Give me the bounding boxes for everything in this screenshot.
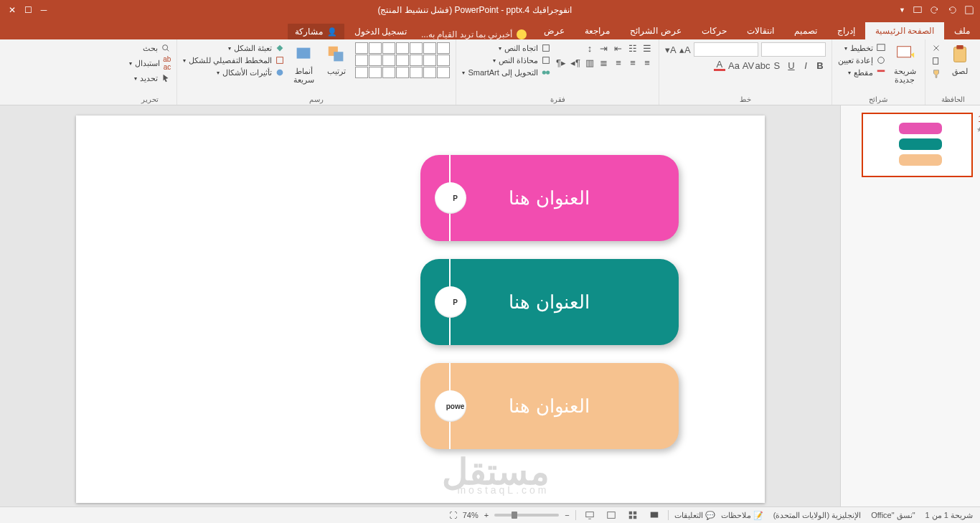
reset-button[interactable]: إعادة تعيين (838, 55, 886, 66)
shadow-button[interactable]: abc (757, 60, 768, 71)
window-controls: ─ ☐ ✕ (0, 5, 56, 15)
bullets-button[interactable]: ☰ (641, 42, 653, 54)
increase-font-icon[interactable]: A▴ (679, 44, 691, 55)
paste-button[interactable]: لصق (946, 42, 974, 77)
font-name-input[interactable] (761, 42, 826, 57)
case-button[interactable]: Aa (728, 60, 740, 71)
font-color-button[interactable]: A (714, 60, 725, 71)
maximize-button[interactable]: ☐ (23, 5, 33, 15)
tab-view[interactable]: عرض (534, 22, 575, 39)
direction-icon (541, 43, 551, 53)
normal-view-button[interactable] (646, 509, 662, 521)
group-font: A▴ A▾ B I U S abc AV Aa A خط (659, 39, 831, 105)
copy-button[interactable] (931, 55, 941, 67)
language-status[interactable]: الإنجليزية (الولايات المتحدة) (773, 511, 861, 520)
share-button[interactable]: مشاركة (288, 24, 344, 39)
tab-home[interactable]: الصفحة الرئيسية (865, 22, 944, 39)
notes-toggle[interactable]: 📝 ملاحظات (721, 511, 763, 520)
minimize-button[interactable]: ─ (39, 5, 49, 15)
align-center-button[interactable]: ≡ (627, 57, 639, 68)
start-icon[interactable] (913, 5, 923, 15)
undo-icon[interactable] (947, 5, 957, 15)
text-direction-button[interactable]: اتجاه النص▾ (462, 42, 551, 54)
slide[interactable]: P العنوان هنا P العنوان هنا powe العنوان… (76, 116, 765, 503)
fit-to-window-button[interactable]: ⛶ (449, 511, 457, 519)
infographic-pill-1[interactable]: P العنوان هنا (420, 155, 679, 241)
arrange-button[interactable]: ترتيب (322, 42, 351, 77)
tab-animations[interactable]: حركات (692, 22, 737, 39)
close-button[interactable]: ✕ (7, 5, 17, 15)
replace-button[interactable]: abacاستبدال▾ (129, 55, 171, 72)
infographic-pill-3[interactable]: powe العنوان هنا (420, 363, 679, 449)
tell-me-search[interactable]: أخبرني بما تربد القيام به... (414, 29, 534, 39)
select-button[interactable]: تحديد▾ (129, 72, 171, 84)
pill-2-title: العنوان هنا (509, 291, 589, 314)
shapes-gallery[interactable] (355, 42, 450, 78)
zoom-level[interactable]: 74% (463, 511, 479, 519)
infographic-pill-2[interactable]: P العنوان هنا (420, 259, 679, 345)
underline-button[interactable]: U (786, 60, 797, 71)
signin-link[interactable]: تسجيل الدخول (354, 27, 407, 37)
quick-styles-button[interactable]: أنماط سريعة (289, 42, 318, 85)
svg-rect-21 (628, 516, 631, 519)
outline-icon (275, 55, 285, 65)
svg-rect-19 (628, 512, 631, 514)
tab-insert[interactable]: إدراج (827, 22, 865, 39)
reading-view-button[interactable] (603, 509, 619, 521)
tab-transitions[interactable]: انتقالات (737, 22, 784, 39)
text-align-button[interactable]: محاذاة النص▾ (462, 55, 551, 66)
pill-1-knob: P (435, 182, 466, 214)
shape-outline-button[interactable]: المخطط التفصيلي للشكل▾ (183, 55, 285, 66)
ribbon-tabs: ملف الصفحة الرئيسية إدراج تصميم انتقالات… (0, 20, 980, 39)
rtl-button[interactable]: ¶◂ (570, 57, 581, 68)
italic-button[interactable]: I (800, 60, 811, 71)
group-editing: بحث abacاستبدال▾ تحديد▾ تحرير (123, 39, 176, 105)
decrease-font-icon[interactable]: A▾ (665, 44, 677, 55)
shape-effects-button[interactable]: تأثيرات الأشكال▾ (183, 67, 285, 78)
zoom-slider[interactable] (494, 514, 559, 517)
comments-toggle[interactable]: 💬 التعليقات (674, 511, 715, 520)
svg-rect-13 (334, 52, 344, 61)
redo-icon[interactable] (930, 5, 940, 15)
justify-button[interactable]: ≣ (598, 57, 610, 68)
tab-review[interactable]: مراجعة (575, 22, 620, 39)
ltr-button[interactable]: ▸¶ (555, 57, 567, 68)
cut-button[interactable] (931, 42, 941, 54)
columns-button[interactable]: ▥ (584, 57, 595, 68)
window-title: انفوجرافيك PowerPoint - pptx.4 (فشل تنشي… (56, 5, 893, 15)
zoom-in-button[interactable]: + (484, 511, 489, 519)
zoom-out-button[interactable]: − (565, 511, 569, 519)
shape-fill-button[interactable]: تعبئة الشكل▾ (183, 42, 285, 54)
svg-rect-20 (633, 512, 636, 514)
strikethrough-button[interactable]: S (771, 60, 783, 71)
slide-canvas-area[interactable]: P العنوان هنا P العنوان هنا powe العنوان… (0, 105, 840, 506)
smartart-button[interactable]: التحويل إلى SmartArt▾ (462, 67, 551, 78)
svg-rect-7 (877, 70, 885, 72)
qat-dropdown-icon[interactable]: ▼ (899, 6, 905, 14)
save-icon[interactable] (964, 5, 974, 15)
indent-inc-button[interactable]: ⇥ (598, 42, 610, 54)
svg-point-16 (277, 70, 283, 76)
layout-button[interactable]: تخطيط▾ (838, 42, 886, 54)
line-spacing-button[interactable]: ↕ (584, 42, 595, 54)
font-size-input[interactable] (694, 42, 758, 57)
tab-slideshow[interactable]: عرض الشرائح (620, 22, 691, 39)
spacing-button[interactable]: AV (743, 60, 754, 71)
slideshow-view-button[interactable] (582, 509, 598, 521)
tab-file[interactable]: ملف (944, 22, 980, 39)
tab-design[interactable]: تصميم (784, 22, 827, 39)
align-left-button[interactable]: ≡ (613, 57, 624, 68)
layout-icon (876, 43, 886, 53)
find-button[interactable]: بحث (129, 42, 171, 54)
section-button[interactable]: مقطع▾ (838, 67, 886, 78)
numbering-button[interactable]: ☷ (627, 42, 639, 54)
bold-button[interactable]: B (814, 60, 826, 71)
new-slide-button[interactable]: شريحة جديدة (890, 42, 919, 85)
slide-thumbnail-1[interactable] (862, 113, 973, 177)
format-painter-button[interactable] (931, 68, 941, 80)
sorter-view-button[interactable] (625, 509, 641, 521)
group-paragraph: ☰ ☷ ⇤ ⇥ ↕ ≡ ≡ ≡ ≣ ▥ ¶◂ ▸¶ اتجاه النص▾ (456, 39, 659, 105)
indent-dec-button[interactable]: ⇤ (613, 42, 624, 54)
align-right-button[interactable]: ≡ (641, 57, 653, 68)
status-bar: شريحة 1 من 1 "نسق "Office الإنجليزية (ال… (0, 506, 980, 523)
